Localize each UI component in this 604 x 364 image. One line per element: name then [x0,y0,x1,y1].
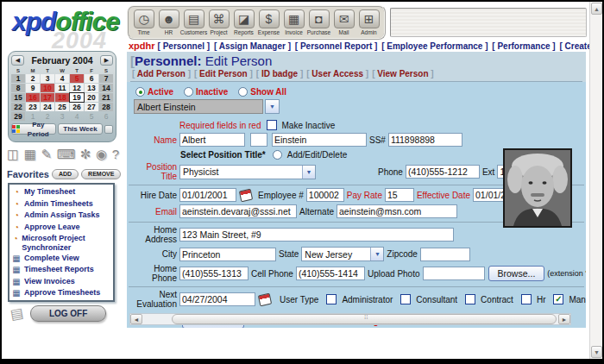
home-phone-input[interactable] [179,267,249,280]
filter-radio-inactive[interactable] [184,87,193,97]
scroll-up-button[interactable]: ▲ [591,3,602,15]
shell-icon[interactable]: ◉ [96,147,107,162]
toolbar-item-project[interactable]: ⌘Project [207,9,231,35]
scroll-right-button[interactable]: ► [558,314,570,324]
favorites-item-view-invoices[interactable]: ▦View Invoices [11,277,111,287]
state-select[interactable]: New Jersey▼ [301,247,384,261]
calendar-day[interactable]: 24 [41,103,54,111]
next-evaluation-input[interactable] [179,292,255,306]
toolbar-item-purchase[interactable]: ◘Purchase [307,9,331,35]
favorites-item-admin-assign-tasks[interactable]: ◔Admin Assign Tasks [11,210,111,221]
favorites-item-approve-timesheets[interactable]: ▦Approve Timesheets [11,288,111,298]
calendar-day[interactable]: 9 [26,84,40,92]
tab-edit-person[interactable]: [ Edit Person ] [194,69,253,78]
calendar-day[interactable]: 11 [55,84,69,92]
favorites-item-approve-leave[interactable]: ◔Approve Leave [11,223,111,233]
browse-button[interactable]: Browse... [488,266,545,281]
calendar-day[interactable]: 4 [70,112,84,121]
toolbar-item-admin[interactable]: ⊞Admin [357,9,381,35]
toolbar-item-expense[interactable]: $Expense [257,9,281,35]
calendar-day[interactable]: 16 [26,93,40,102]
nav-link-performance[interactable]: [ Performance ] [492,41,557,51]
calendar-day[interactable]: 19 [70,93,84,102]
calendar-day[interactable]: 8 [11,84,25,92]
calendar-day[interactable]: 7 [99,74,113,83]
person-select[interactable]: Albert Einstein [134,99,263,114]
notes-icon[interactable]: ◫ [7,147,19,162]
nav-link-personnel[interactable]: [ Personnel ] [158,41,212,51]
calendar-day[interactable]: 10 [41,84,54,92]
key-document-icon[interactable]: ✎ [41,147,53,162]
pay-period-button[interactable]: Pay Period [11,123,56,135]
favorites-add-button[interactable]: ADD [52,169,79,179]
person-select-arrow[interactable]: ▼ [265,99,280,114]
user-type-checkbox-contract[interactable] [465,294,475,304]
calendar-next-icon[interactable]: ▶ [100,55,113,66]
keyboard-icon[interactable]: ⌨ [57,147,76,162]
favorites-item-admin-timesheets[interactable]: ◔Admin Timesheets [11,199,111,210]
alternate-email-input[interactable] [337,204,457,218]
calendar-day[interactable]: 13 [85,84,98,92]
tab-add-person[interactable]: [ Add Person ] [132,69,191,78]
calendar-day[interactable]: 21 [99,93,113,102]
tab-user-access[interactable]: [ User Access ] [306,69,368,78]
calculator-icon[interactable]: ▦ [24,147,36,162]
nav-link-assign-manager[interactable]: [ Assign Manager ] [214,41,293,51]
calendar-day[interactable]: 25 [55,103,69,111]
home-address-input[interactable] [179,228,454,242]
favorites-item-timesheet-reports[interactable]: ▦Timesheet Reports [11,265,111,275]
calendar-day[interactable]: 22 [11,103,25,111]
calendar-day[interactable]: 26 [70,103,84,111]
calendar-day[interactable]: 6 [99,112,113,121]
make-inactive-checkbox[interactable] [267,120,277,130]
calendar-day[interactable]: 5 [70,74,84,83]
add-edit-delete-radio[interactable] [273,150,282,160]
scroll-left-button[interactable]: ◄ [130,314,142,324]
favorites-item-microsoft-project-synchronizer[interactable]: ◔Microsoft Project Synchronizer [11,234,111,252]
user-type-checkbox-manager[interactable]: ✓ [553,294,563,304]
calendar-day[interactable]: 3 [55,112,69,121]
bug-report-icon[interactable]: ✼ [80,147,91,162]
horizontal-scrollbar[interactable]: ◄ ► [129,313,571,325]
user-type-checkbox-hr[interactable] [521,294,532,304]
toolbar-item-customers[interactable]: ▤Customers [182,9,206,35]
this-week-button[interactable]: This Week [58,123,103,135]
calendar-day[interactable]: 2 [26,74,40,83]
tab-view-person[interactable]: [ View Person ] [372,69,434,78]
calendar-day[interactable]: 6 [85,74,98,83]
pay-rate-input[interactable] [385,188,414,202]
calendar-day[interactable]: 17 [41,93,54,102]
nav-link-personnel-report[interactable]: [ Personnel Report ] [295,41,380,51]
calendar-day[interactable]: 20 [85,93,98,102]
calendar-day[interactable]: 18 [55,93,69,102]
calendar-day[interactable]: 5 [85,112,98,121]
calendar-day[interactable]: 4 [55,74,69,83]
tab-id-badge[interactable]: [ ID badge ] [256,69,303,78]
toolbar-item-reports[interactable]: ◪Reports [232,9,256,35]
user-type-checkbox-administrator[interactable] [326,294,337,304]
employee-input[interactable] [306,188,344,202]
log-off-button[interactable]: LOG OFF [30,305,106,322]
calendar-day[interactable]: 3 [41,74,54,83]
calendar-picker-icon[interactable] [239,188,253,202]
city-input[interactable] [179,248,276,261]
favorites-remove-button[interactable]: REMOVE [81,169,121,179]
calendar-mini-button[interactable] [104,125,113,134]
cell-phone-input[interactable] [296,267,365,280]
calendar-day[interactable]: 15 [11,93,25,102]
upload-photo-input[interactable] [423,267,485,280]
middle-initial-input[interactable] [250,133,267,147]
scroll-down-button[interactable]: ▼ [591,346,602,358]
help-icon[interactable]: ? [112,147,119,162]
nav-link-employee-performance[interactable]: [ Employee Performance ] [381,41,490,51]
vertical-scrollbar[interactable]: ▲ ▼ [589,2,602,359]
position-title-select[interactable]: Physicist▼ [179,165,316,179]
calendar-day[interactable]: 14 [99,84,113,92]
toolbar-item-mail[interactable]: ✉Mail [332,9,356,35]
filter-radio-active[interactable] [135,87,145,97]
calendar-day[interactable]: 23 [26,103,40,111]
toolbar-item-hr[interactable]: ☻HR [157,9,181,35]
calendar-prev-icon[interactable]: ◀ [11,55,24,66]
calendar-day[interactable]: 12 [70,84,84,92]
favorites-item-complete-view[interactable]: ▦Complete View [11,254,111,264]
